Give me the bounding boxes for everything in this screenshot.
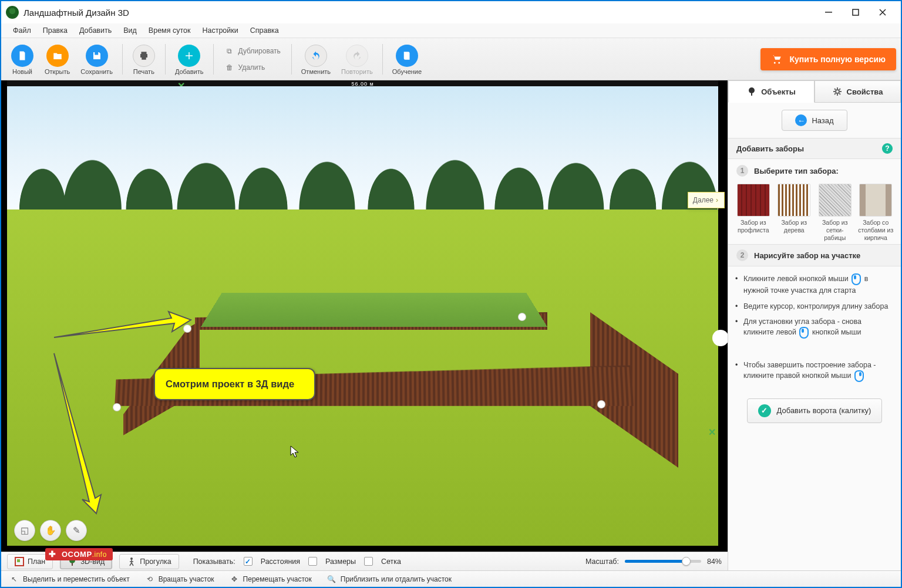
- fence-option-profile[interactable]: Забор из профлиста: [735, 184, 772, 242]
- print-icon: [133, 45, 155, 67]
- close-button[interactable]: [869, 3, 896, 22]
- cursor-icon: [290, 445, 299, 458]
- fence-option-mesh[interactable]: Забор из сетки-рабицы: [817, 184, 853, 242]
- instructions-finish: Чтобы завершить построение забора - клик…: [728, 349, 901, 393]
- next-hint[interactable]: Далее›: [688, 192, 725, 208]
- tab-walk[interactable]: Прогулка: [119, 554, 179, 569]
- 3d-cube-tool[interactable]: ◱: [14, 520, 35, 541]
- separator: [382, 44, 383, 75]
- toolbar: Новый Открыть Сохранить Печать Добавить …: [1, 38, 901, 80]
- minimize-button[interactable]: [815, 3, 842, 22]
- pan-tool[interactable]: ✋: [40, 520, 61, 541]
- status-rotate[interactable]: ⟲Вращать участок: [145, 575, 214, 584]
- fence-handle[interactable]: [597, 400, 605, 408]
- tab-objects[interactable]: Объекты: [728, 80, 815, 103]
- duplicate-icon: ⧉: [224, 46, 235, 56]
- checkbox-distances[interactable]: [244, 557, 253, 566]
- x-mark-icon: ✕: [708, 427, 716, 438]
- menu-time[interactable]: Время суток: [143, 25, 197, 36]
- mouse-right-icon: [854, 370, 864, 382]
- side-panel: Объекты Свойства ←Назад Добавить заборы?…: [728, 80, 901, 570]
- tab-properties[interactable]: Свойства: [815, 80, 901, 103]
- mouse-left-icon: [799, 327, 809, 339]
- annotation-callout: Смотрим проект в 3Д виде: [154, 368, 315, 400]
- add-button[interactable]: Добавить: [170, 42, 208, 76]
- cursor-icon: ↖: [9, 575, 19, 584]
- scale-label: Масштаб:: [585, 557, 619, 566]
- undo-button[interactable]: Отменить: [297, 42, 335, 76]
- plus-icon: [178, 45, 200, 67]
- fence-thumb-icon: [737, 184, 770, 217]
- svg-point-7: [749, 87, 755, 93]
- fence-option-wood[interactable]: Забор из дерева: [776, 184, 813, 242]
- add-gate-button[interactable]: ✓Добавить ворота (калитку): [747, 398, 883, 423]
- cart-icon: [771, 54, 783, 65]
- status-zoom[interactable]: 🔍Приблизить или отдалить участок: [327, 575, 452, 584]
- separator: [291, 44, 292, 75]
- file-icon: [11, 45, 33, 67]
- undo-icon: [305, 45, 327, 67]
- svg-rect-3: [17, 559, 20, 562]
- fence-thumb-icon: [778, 184, 810, 217]
- maximize-button[interactable]: [842, 3, 869, 22]
- save-icon: [86, 45, 108, 67]
- plot-surface: [201, 293, 547, 327]
- tree-icon: [747, 87, 756, 96]
- 3d-viewport[interactable]: 56.00 м ✕ ✕ Далее›: [1, 80, 728, 552]
- trash-icon: 🗑: [224, 62, 235, 73]
- menu-edit[interactable]: Правка: [37, 25, 73, 36]
- move-icon: ✥: [230, 575, 239, 584]
- status-move[interactable]: ✥Перемещать участок: [230, 575, 312, 584]
- separator: [213, 44, 214, 75]
- watermark: OCOMP.info: [45, 548, 113, 560]
- walk-icon: [127, 557, 136, 566]
- buy-full-version-button[interactable]: Купить полную версию: [760, 48, 897, 70]
- checkbox-grid[interactable]: [364, 557, 373, 566]
- zoom-icon: 🔍: [327, 575, 336, 584]
- menu-file[interactable]: Файл: [7, 25, 37, 36]
- arrow-left-icon: ←: [795, 114, 807, 126]
- save-button[interactable]: Сохранить: [76, 42, 117, 76]
- delete-button[interactable]: 🗑Удалить: [218, 60, 287, 75]
- folder-icon: [46, 45, 69, 67]
- svg-rect-8: [751, 93, 752, 96]
- svg-rect-1: [853, 9, 859, 15]
- scale-slider[interactable]: [625, 560, 701, 563]
- tutorial-button[interactable]: Обучение: [388, 42, 426, 76]
- menu-view[interactable]: Вид: [117, 25, 143, 36]
- viewport-handle[interactable]: [712, 330, 728, 346]
- fence-option-brick[interactable]: Забор со столбами из кирпича: [858, 184, 894, 242]
- rotate-icon: ⟲: [145, 575, 154, 584]
- book-icon: [396, 45, 418, 67]
- menu-help[interactable]: Справка: [244, 25, 285, 36]
- status-select[interactable]: ↖Выделить и переместить объект: [9, 575, 130, 584]
- check-icon: ✓: [758, 404, 771, 417]
- instructions: Кликните левой кнопкой мыши в нужной точ…: [728, 266, 901, 349]
- status-bar: ↖Выделить и переместить объект ⟲Вращать …: [1, 570, 901, 587]
- plan-icon: [15, 557, 24, 566]
- back-button[interactable]: ←Назад: [782, 110, 847, 131]
- menu-settings[interactable]: Настройки: [196, 25, 244, 36]
- svg-point-6: [130, 557, 133, 560]
- duplicate-button[interactable]: ⧉Дублировать: [218, 43, 287, 59]
- annotation-arrow-icon: [51, 309, 192, 339]
- window-title: Ландшафтный Дизайн 3D: [23, 8, 129, 18]
- svg-point-9: [836, 90, 839, 93]
- print-button[interactable]: Печать: [127, 42, 160, 76]
- fence-handle[interactable]: [518, 313, 526, 321]
- separator: [122, 44, 123, 75]
- separator: [165, 44, 166, 75]
- help-icon[interactable]: ?: [882, 143, 893, 154]
- fence-thumb-icon: [859, 184, 892, 217]
- step-1: 1Выберите тип забора:: [728, 159, 901, 179]
- pencil-tool[interactable]: ✎: [66, 520, 87, 541]
- mouse-left-icon: [851, 273, 861, 285]
- checkbox-sizes[interactable]: [308, 557, 317, 566]
- open-button[interactable]: Открыть: [40, 42, 75, 76]
- new-button[interactable]: Новый: [6, 42, 39, 76]
- redo-button[interactable]: Повторить: [336, 42, 378, 76]
- svg-rect-5: [72, 563, 73, 566]
- section-add-fences: Добавить заборы?: [728, 138, 901, 159]
- menu-add[interactable]: Добавить: [73, 25, 117, 36]
- title-bar: Ландшафтный Дизайн 3D: [1, 1, 901, 23]
